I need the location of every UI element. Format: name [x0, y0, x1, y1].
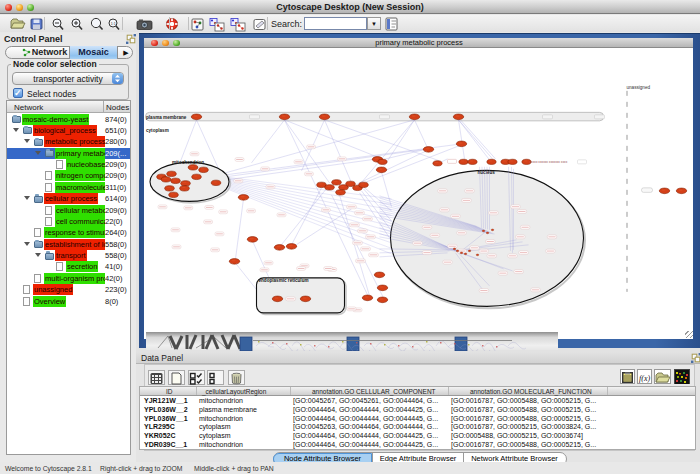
- svg-text:mitochondrion: mitochondrion: [172, 161, 204, 166]
- svg-text:xxxxx xxxxxx xxxxxxx xxxx: xxxxx xxxxxx xxxxxxx xxxx: [530, 161, 568, 165]
- svg-text:f(x): f(x): [639, 374, 650, 383]
- svg-text:nucleus: nucleus: [478, 171, 496, 176]
- svg-text:endoplasmic reticulum: endoplasmic reticulum: [259, 279, 309, 284]
- svg-text:1:1: 1:1: [111, 22, 116, 26]
- svg-text:unassigned: unassigned: [627, 85, 651, 90]
- svg-text:cytoplasm: cytoplasm: [146, 129, 169, 134]
- svg-text:plasma membrane: plasma membrane: [146, 115, 187, 120]
